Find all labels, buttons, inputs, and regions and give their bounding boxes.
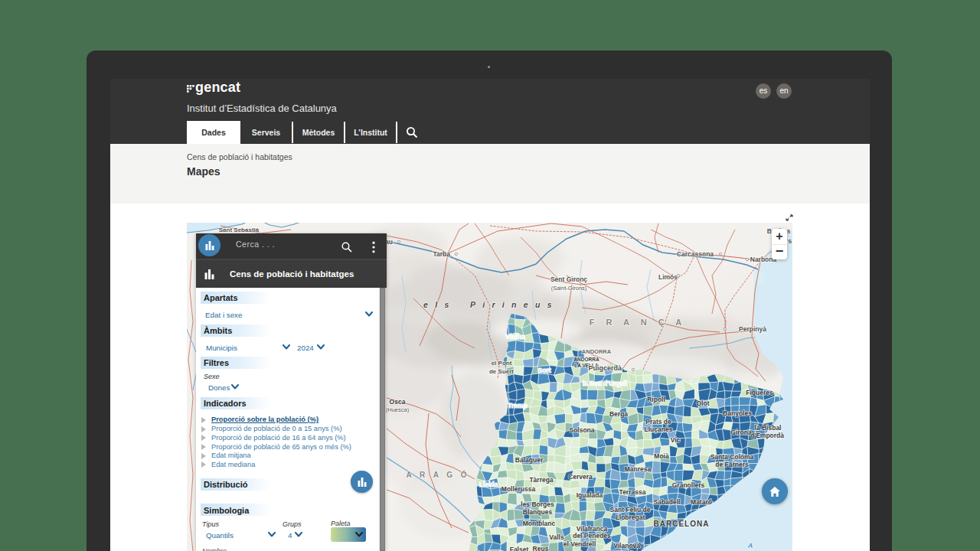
svg-text:Carcassona: Carcassona xyxy=(677,250,714,258)
svg-text:Tàrrega: Tàrrega xyxy=(529,476,553,484)
svg-text:(Huesca): (Huesca) xyxy=(386,406,410,413)
svg-text:la Bisbal: la Bisbal xyxy=(755,424,782,432)
svg-text:Igualada: Igualada xyxy=(577,491,603,499)
svg-text:Balaguer: Balaguer xyxy=(515,456,544,464)
svg-text:A: A xyxy=(747,542,753,549)
svg-text:Sent Gironç: Sent Gironç xyxy=(550,276,587,283)
svg-text:(Saint-Girons): (Saint-Girons) xyxy=(551,285,587,292)
svg-text:Perpinyà: Perpinyà xyxy=(739,325,766,333)
svg-text:Blanques: Blanques xyxy=(523,508,553,516)
svg-text:Vic: Vic xyxy=(671,436,681,444)
svg-text:Valls: Valls xyxy=(549,533,564,541)
svg-text:Olot: Olot xyxy=(697,399,710,407)
svg-text:Solsona: Solsona xyxy=(569,426,594,434)
svg-text:Girona: Girona xyxy=(730,429,752,436)
svg-text:Tremp: Tremp xyxy=(508,402,528,409)
svg-text:Llobregat: Llobregat xyxy=(616,514,645,521)
svg-text:d'Empordà: d'Empordà xyxy=(750,432,784,439)
svg-text:les Borges: les Borges xyxy=(521,500,554,508)
svg-text:Tarba: Tarba xyxy=(433,250,450,258)
svg-text:de Farners: de Farners xyxy=(715,461,749,468)
svg-text:Falset: Falset xyxy=(510,546,529,551)
svg-text:Moià: Moià xyxy=(654,452,669,460)
svg-text:Prats de: Prats de xyxy=(645,418,671,425)
svg-text:F R A N Ç A: F R A N Ç A xyxy=(590,318,687,327)
svg-text:Osca: Osca xyxy=(390,398,406,406)
svg-text:Mollerussa: Mollerussa xyxy=(501,485,536,493)
svg-text:del Penedès: del Penedès xyxy=(573,532,611,540)
svg-text:BARCELONA: BARCELONA xyxy=(654,520,710,528)
svg-text:Puigcerdà: Puigcerdà xyxy=(588,364,622,372)
svg-text:Lluçanès: Lluçanès xyxy=(645,425,673,433)
svg-text:Vielha: Vielha xyxy=(506,333,525,341)
svg-text:Lleida: Lleida xyxy=(479,481,498,488)
svg-text:Cervera: Cervera xyxy=(568,473,593,481)
svg-text:Limós: Limós xyxy=(658,273,678,281)
svg-text:Sant Feliu de: Sant Feliu de xyxy=(610,506,651,514)
svg-text:Sort: Sort xyxy=(538,367,551,374)
svg-text:Ripoll: Ripoll xyxy=(647,396,665,403)
svg-text:Berga: Berga xyxy=(609,410,628,418)
svg-text:Vilanova i: Vilanova i xyxy=(613,542,644,549)
svg-text:Granollers: Granollers xyxy=(672,481,705,489)
svg-text:Montblanc: Montblanc xyxy=(523,520,556,527)
svg-text:ANDORRA: ANDORRA xyxy=(582,348,612,355)
svg-text:Terrassa: Terrassa xyxy=(619,488,646,496)
svg-text:Reus: Reus xyxy=(533,545,549,551)
svg-text:Sabadell: Sabadell xyxy=(654,498,681,506)
svg-text:el Pont: el Pont xyxy=(492,360,512,367)
svg-text:Sant Sebastià: Sant Sebastià xyxy=(219,227,260,233)
svg-text:Banyoles: Banyoles xyxy=(723,409,752,417)
svg-text:de Suert: de Suert xyxy=(489,368,514,375)
svg-text:ANDORRA: ANDORRA xyxy=(573,357,599,362)
svg-text:la Seu d'Urgell: la Seu d'Urgell xyxy=(583,380,628,387)
svg-text:el Vendrell: el Vendrell xyxy=(564,540,596,548)
svg-text:e l s P i r i n e u s: e l s P i r i n e u s xyxy=(423,300,554,309)
svg-text:Figueres: Figueres xyxy=(746,389,773,396)
svg-text:Santa Coloma: Santa Coloma xyxy=(710,453,754,461)
svg-text:Mataró: Mataró xyxy=(691,498,712,506)
svg-text:A R A G Ó: A R A G Ó xyxy=(406,470,469,479)
svg-text:Manresa: Manresa xyxy=(625,465,652,473)
